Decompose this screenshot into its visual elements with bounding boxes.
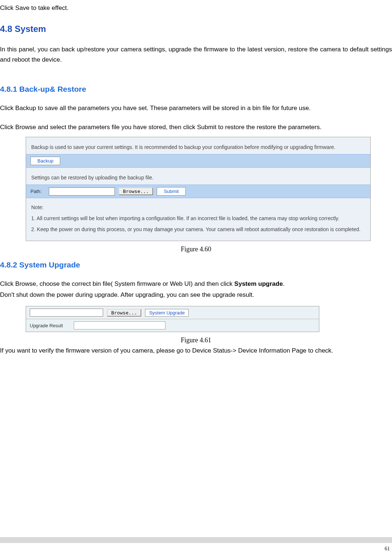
path-label: Path:: [30, 189, 45, 194]
submit-button[interactable]: Submit: [157, 187, 185, 196]
heading-48-system: 4.8 System: [0, 24, 392, 34]
note-1: 1. All current settings will be lost whe…: [31, 213, 365, 224]
paragraph-481a: Click Backup to save all the parameters …: [0, 103, 392, 113]
system-upgrade-button[interactable]: System Upgrade: [145, 309, 189, 317]
browse-button[interactable]: Browse...: [119, 187, 153, 195]
paragraph-482a-bold: System upgrade: [234, 280, 283, 287]
page-number: 61: [385, 546, 390, 552]
path-input[interactable]: [49, 187, 115, 196]
paragraph-48: In this panel, you can back up/restore y…: [0, 44, 392, 65]
heading-481-backup-restore: 4.8.1 Back-up& Restore: [0, 85, 392, 94]
upgrade-browse-button[interactable]: Browse...: [107, 309, 141, 317]
intro-text: Click Save to take effect.: [0, 0, 392, 13]
restore-bar: Path: Browse... Submit: [26, 185, 370, 198]
note-2: 2. Keep the power on during this process…: [31, 224, 365, 235]
paragraph-482b: Don't shut down the power during upgrade…: [0, 290, 392, 300]
restore-description: Settings can be restored by uploading th…: [26, 168, 370, 185]
figure-461-caption: Figure 4.61: [0, 336, 392, 344]
upgrade-result-row: Upgrade Result: [26, 319, 319, 332]
paragraph-482a-post: .: [283, 280, 285, 287]
backup-button[interactable]: Backup: [30, 157, 60, 165]
figure-461-container: Browse... System Upgrade Upgrade Result: [26, 306, 319, 332]
upgrade-row: Browse... System Upgrade: [26, 306, 319, 319]
upgrade-result-label: Upgrade Result: [30, 323, 70, 328]
figure-460-container: Backup is used to save your current sett…: [26, 137, 371, 241]
upgrade-path-input[interactable]: [30, 309, 103, 317]
footer-bar: [0, 537, 392, 543]
backup-description: Backup is used to save your current sett…: [26, 137, 370, 154]
system-upgrade-panel: Browse... System Upgrade Upgrade Result: [26, 306, 319, 332]
heading-482-system-upgrade: 4.8.2 System Upgrade: [0, 260, 392, 269]
figure-460-caption: Figure 4.60: [0, 245, 392, 253]
upgrade-result-box: [74, 321, 166, 329]
paragraph-481b: Click Browse and select the parameters f…: [0, 122, 392, 132]
backup-bar: Backup: [26, 154, 370, 168]
note-title: Note:: [31, 202, 365, 213]
paragraph-after-461: If you want to verify the firmware versi…: [0, 346, 392, 356]
notes-block: Note: 1. All current settings will be lo…: [26, 198, 370, 241]
paragraph-482a-pre: Click Browse, choose the correct bin fil…: [0, 280, 234, 287]
backup-restore-panel: Backup is used to save your current sett…: [26, 137, 371, 241]
